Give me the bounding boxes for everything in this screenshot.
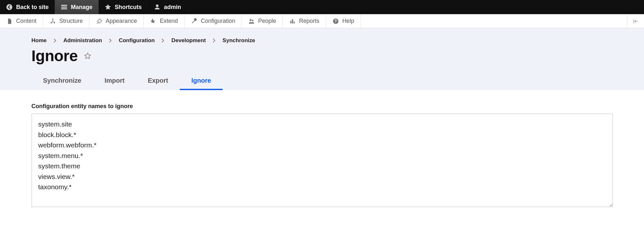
breadcrumb-synchronize[interactable]: Synchronize — [223, 37, 255, 44]
toolbar-top: Back to site Manage Shortcuts admin — [0, 0, 644, 14]
menu-appearance-label: Appearance — [106, 18, 137, 24]
puzzle-icon — [150, 18, 157, 24]
people-icon — [248, 18, 255, 24]
hamburger-icon — [61, 4, 68, 11]
breadcrumb-development[interactable]: Development — [171, 37, 206, 44]
chevron-right-icon — [54, 39, 56, 42]
user-label: admin — [164, 4, 181, 11]
tab-synchronize[interactable]: Synchronize — [32, 73, 93, 90]
tab-export[interactable]: Export — [136, 73, 180, 90]
admin-menu-spacer — [361, 14, 627, 28]
breadcrumb-administration[interactable]: Administration — [63, 37, 102, 44]
menu-structure-label: Structure — [59, 18, 83, 24]
shortcut-star-toggle[interactable] — [83, 52, 92, 60]
arrow-left-circle-icon — [6, 4, 13, 11]
svg-point-5 — [335, 22, 336, 23]
local-tasks-tabs: Synchronize Import Export Ignore — [15, 73, 630, 90]
menu-configuration[interactable]: Configuration — [185, 14, 242, 28]
menu-help-label: Help — [342, 18, 354, 24]
svg-point-3 — [54, 22, 55, 23]
tab-import[interactable]: Import — [93, 73, 136, 90]
menu-appearance[interactable]: Appearance — [90, 14, 144, 28]
tab-ignore[interactable]: Ignore — [180, 73, 223, 90]
star-icon — [104, 4, 111, 11]
svg-point-0 — [6, 4, 12, 10]
region-header: Home Administration Configuration Develo… — [0, 28, 644, 90]
page-title: Ignore — [32, 47, 78, 65]
config-names-label: Configuration entity names to ignore — [32, 103, 613, 110]
svg-point-1 — [52, 18, 53, 20]
manage-label: Manage — [71, 4, 92, 11]
sitemap-icon — [50, 18, 56, 24]
orientation-toggle[interactable] — [627, 14, 644, 28]
breadcrumb: Home Administration Configuration Develo… — [15, 37, 630, 44]
menu-extend[interactable]: Extend — [144, 14, 185, 28]
paintbrush-icon — [96, 18, 102, 24]
shortcuts-label: Shortcuts — [115, 4, 142, 11]
menu-content-label: Content — [16, 18, 36, 24]
bar-chart-icon — [289, 18, 296, 24]
wrench-icon — [191, 18, 197, 24]
menu-content[interactable]: Content — [0, 14, 43, 28]
toolbar-admin: Content Structure Appearance Extend Conf… — [0, 14, 644, 28]
user-menu-button[interactable]: admin — [148, 0, 187, 14]
file-icon — [6, 18, 13, 24]
chevron-right-icon — [162, 39, 164, 42]
manage-button[interactable]: Manage — [55, 0, 99, 14]
menu-people-label: People — [258, 18, 276, 24]
shortcuts-button[interactable]: Shortcuts — [99, 0, 148, 14]
menu-configuration-label: Configuration — [201, 18, 235, 24]
menu-reports-label: Reports — [299, 18, 319, 24]
menu-people[interactable]: People — [242, 14, 283, 28]
config-names-textarea[interactable] — [32, 114, 613, 207]
svg-point-2 — [51, 22, 52, 23]
star-outline-icon — [83, 52, 92, 60]
menu-structure[interactable]: Structure — [43, 14, 90, 28]
breadcrumb-configuration[interactable]: Configuration — [119, 37, 155, 44]
chevron-right-icon — [109, 39, 112, 42]
back-to-site-label: Back to site — [16, 4, 49, 11]
user-icon — [154, 4, 161, 11]
help-icon — [332, 18, 339, 24]
menu-help[interactable]: Help — [326, 14, 361, 28]
menu-extend-label: Extend — [160, 18, 178, 24]
collapse-sidebar-icon — [632, 18, 639, 24]
menu-reports[interactable]: Reports — [283, 14, 326, 28]
region-main: Configuration entity names to ignore — [0, 90, 644, 221]
chevron-right-icon — [213, 39, 216, 42]
breadcrumb-home[interactable]: Home — [32, 37, 47, 44]
back-to-site-button[interactable]: Back to site — [0, 0, 55, 14]
